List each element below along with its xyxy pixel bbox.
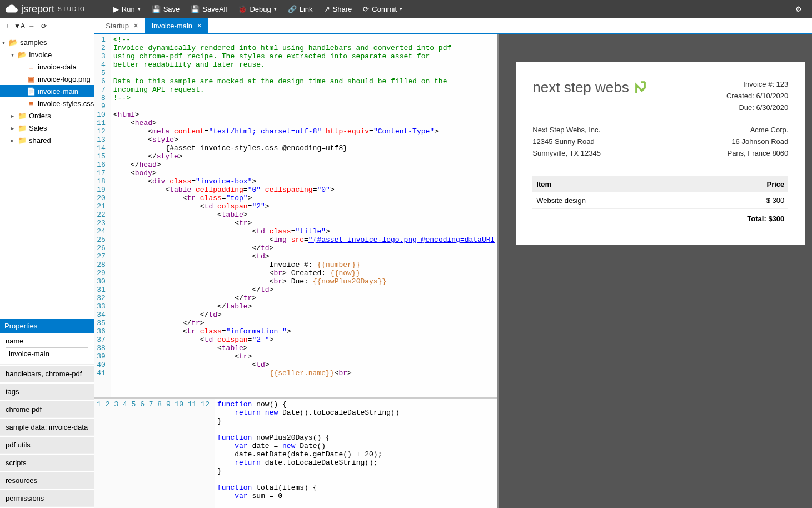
close-icon[interactable]: ✕ xyxy=(133,22,138,29)
share-icon: ↗ xyxy=(324,5,330,13)
buyer-address: Acme Corp. 16 Johnson Road Paris, France… xyxy=(727,124,788,159)
folder-icon: 📁 xyxy=(18,124,27,132)
tree-file-invoice-styles[interactable]: ≡invoice-styles.css xyxy=(0,97,94,109)
tree-folder-orders[interactable]: ▸📁Orders xyxy=(0,109,94,122)
caret-icon: ▾ xyxy=(400,6,402,12)
new-button[interactable]: ＋ xyxy=(1,20,13,32)
col-item: Item xyxy=(532,176,708,192)
main-area: Startup✕ invoice-main✕ 1 2 3 4 5 6 7 8 9… xyxy=(94,18,812,508)
prop-sample-data[interactable]: sample data: invoice-data xyxy=(0,419,94,436)
caret-icon: ▾ xyxy=(274,6,277,12)
prop-tags[interactable]: tags xyxy=(0,384,94,400)
commit-icon: ⟳ xyxy=(363,5,369,13)
twisty-closed-icon: ▸ xyxy=(11,113,18,119)
tree-folder-shared[interactable]: ▸📁shared xyxy=(0,134,94,146)
collapse-button[interactable]: → xyxy=(26,20,38,32)
plus-icon: ＋ xyxy=(4,22,11,29)
line-gutter: 1 2 3 4 5 6 7 8 9 10 11 12 xyxy=(94,399,215,508)
tab-invoice-main[interactable]: invoice-main✕ xyxy=(145,18,208,33)
saveall-icon: 💾 xyxy=(191,5,200,13)
play-icon: ▶ xyxy=(113,5,119,13)
template-icon: 📄 xyxy=(27,87,36,96)
tree-folder-invoice[interactable]: ▾📂Invoice xyxy=(0,48,94,61)
commit-button[interactable]: ⟳Commit▾ xyxy=(357,0,408,18)
link-button[interactable]: 🔗Link xyxy=(282,0,318,18)
invoice-meta: Invoice #: 123 Created: 6/10/2020 Due: 6… xyxy=(726,79,788,113)
bug-icon: 🐞 xyxy=(238,5,247,13)
tree-file-invoice-main[interactable]: 📄invoice-main xyxy=(0,85,94,97)
link-icon: 🔗 xyxy=(288,5,297,13)
folder-icon: 📁 xyxy=(18,136,27,145)
image-icon: ▣ xyxy=(27,75,36,83)
helpers-editor[interactable]: 1 2 3 4 5 6 7 8 9 10 11 12 function now(… xyxy=(94,397,497,508)
share-button[interactable]: ↗Share xyxy=(318,0,358,18)
gear-icon: ⚙ xyxy=(795,5,802,13)
filter-icon: ▼A xyxy=(14,22,25,30)
folder-icon: 📁 xyxy=(18,112,27,120)
debug-button[interactable]: 🐞Debug▾ xyxy=(232,0,282,18)
refresh-icon: ⟳ xyxy=(41,22,47,30)
save-button[interactable]: 💾Save xyxy=(146,0,186,18)
sidebar: ＋ ▼A → ⟳ ▾📂samples ▾📂Invoice ≡invoice-da… xyxy=(0,18,94,508)
saveall-button[interactable]: 💾SaveAll xyxy=(185,0,232,18)
invoice-logo: next step webs xyxy=(532,79,650,96)
line-gutter: 1 2 3 4 5 6 7 8 9 10 11 12 13 14 15 16 1… xyxy=(94,34,111,397)
twisty-open-icon: ▾ xyxy=(2,39,9,46)
prop-scripts[interactable]: scripts xyxy=(0,455,94,471)
brand-name: jsreport xyxy=(21,3,54,15)
data-icon: ≡ xyxy=(27,63,36,71)
close-icon[interactable]: ✕ xyxy=(197,22,202,29)
properties-header: Properties xyxy=(0,319,94,333)
twisty-closed-icon: ▸ xyxy=(11,137,18,143)
folder-icon: 📂 xyxy=(9,38,18,47)
code-content[interactable]: function now() { return new Date().toLoc… xyxy=(215,399,497,508)
invoice-items-table: ItemPrice Website design$ 300 xyxy=(532,176,788,209)
prop-chrome-pdf[interactable]: chrome pdf xyxy=(0,401,94,418)
folder-icon: 📂 xyxy=(18,51,27,59)
tree-folder-sales[interactable]: ▸📁Sales xyxy=(0,122,94,134)
css-icon: ≡ xyxy=(27,99,36,108)
seller-address: Next Step Webs, Inc. 12345 Sunny Road Su… xyxy=(532,124,601,159)
caret-icon: ▾ xyxy=(138,6,141,12)
prop-pdf-utils[interactable]: pdf utils xyxy=(0,437,94,454)
code-content[interactable]: <!-- Invoice dynamically rendered into h… xyxy=(111,34,497,397)
brand-logo: jsreport STUDIO xyxy=(4,2,86,16)
tree-file-invoice-logo[interactable]: ▣invoice-logo.png xyxy=(0,73,94,85)
tree-file-invoice-data[interactable]: ≡invoice-data xyxy=(0,61,94,73)
prop-resources[interactable]: resources xyxy=(0,472,94,489)
prop-name: name xyxy=(0,333,94,365)
filter-button[interactable]: ▼A xyxy=(13,20,26,32)
prop-name-input[interactable] xyxy=(6,347,88,360)
properties-panel: name handlebars, chrome-pdf tags chrome … xyxy=(0,333,94,508)
sidebar-toolbar: ＋ ▼A → ⟳ xyxy=(0,18,94,34)
col-price: Price xyxy=(709,176,789,192)
logo-arrow-icon xyxy=(634,79,650,96)
settings-button[interactable]: ⚙ xyxy=(790,0,808,18)
prop-engine[interactable]: handlebars, chrome-pdf xyxy=(0,366,94,382)
template-editor[interactable]: 1 2 3 4 5 6 7 8 9 10 11 12 13 14 15 16 1… xyxy=(94,34,497,397)
prop-name-label: name xyxy=(6,337,88,345)
tab-startup[interactable]: Startup✕ xyxy=(99,18,145,33)
prop-permissions[interactable]: permissions xyxy=(0,490,94,507)
cloud-icon xyxy=(4,2,19,16)
twisty-open-icon: ▾ xyxy=(11,52,18,58)
editor-tabs: Startup✕ invoice-main✕ xyxy=(94,18,812,34)
refresh-button[interactable]: ⟳ xyxy=(38,20,50,32)
brand-suffix: STUDIO xyxy=(58,6,86,12)
save-icon: 💾 xyxy=(152,5,161,13)
table-row: Website design$ 300 xyxy=(532,192,788,209)
invoice-document: next step webs Invoice #: 123 Created: 6… xyxy=(516,62,805,245)
arrow-right-icon: → xyxy=(28,22,35,30)
tree-folder-samples[interactable]: ▾📂samples xyxy=(0,36,94,48)
topbar: jsreport STUDIO ▶Run▾ 💾Save 💾SaveAll 🐞De… xyxy=(0,0,812,18)
run-button[interactable]: ▶Run▾ xyxy=(108,0,146,18)
invoice-total: Total: $300 xyxy=(532,209,788,228)
entity-tree: ▾📂samples ▾📂Invoice ≡invoice-data ▣invoi… xyxy=(0,34,94,319)
preview-pane: next step webs Invoice #: 123 Created: 6… xyxy=(499,34,812,508)
twisty-closed-icon: ▸ xyxy=(11,125,18,131)
